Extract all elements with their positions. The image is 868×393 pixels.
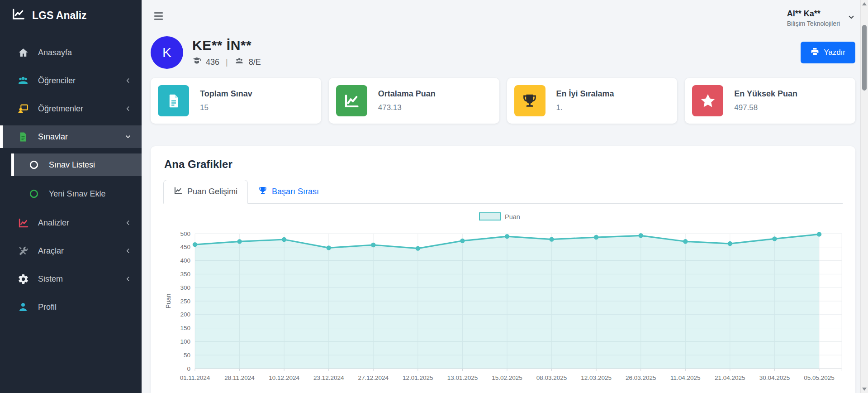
svg-text:150: 150 — [180, 325, 190, 331]
stat-card-value: 497.58 — [734, 103, 797, 112]
star-icon — [692, 85, 723, 116]
scroll-up-arrow-icon[interactable] — [862, 2, 867, 5]
chevron-left-icon — [124, 77, 132, 84]
sidebar-item-label: Yeni Sınav Ekle — [49, 189, 105, 199]
tab-label: Başarı Sırası — [272, 187, 319, 196]
class-icon — [234, 57, 244, 68]
stat-card-ortalama-puan: Ortalama Puan 473.13 — [329, 78, 499, 124]
stat-card-value: 473.13 — [378, 103, 436, 112]
svg-text:0: 0 — [187, 365, 190, 372]
scroll-down-arrow-icon[interactable] — [862, 388, 867, 391]
avatar: K — [151, 36, 183, 69]
sidebar-nav: Anasayfa Öğrenciler Öğretmenler — [0, 31, 142, 318]
exam-file-icon — [16, 131, 30, 143]
chevron-left-icon — [124, 219, 132, 226]
sidebar-item-label: Sınavlar — [38, 132, 68, 142]
stat-card-en-yuksek-puan: En Yüksek Puan 497.58 — [685, 78, 855, 124]
sidebar-item-sinavlar[interactable]: Sınavlar — [0, 125, 142, 148]
svg-text:01.11.2024: 01.11.2024 — [180, 374, 210, 381]
sidebar-item-label: Analizler — [38, 218, 69, 228]
tab-puan-gelisimi[interactable]: Puan Gelişimi — [163, 180, 248, 204]
sidebar-submenu-sinavlar: Sınav Listesi Yeni Sınav Ekle — [11, 153, 142, 205]
sidebar-item-label: Sistem — [38, 274, 63, 284]
print-button[interactable]: Yazdır — [801, 42, 855, 63]
circle-icon — [27, 159, 41, 171]
stat-card-value: 1. — [556, 103, 614, 112]
svg-text:08.03.2025: 08.03.2025 — [536, 374, 567, 381]
chart-line-icon — [16, 217, 30, 229]
stat-card-title: Ortalama Puan — [378, 89, 436, 99]
student-number: 436 — [206, 58, 219, 67]
svg-text:28.11.2024: 28.11.2024 — [224, 374, 255, 381]
stat-card-text: Toplam Sınav 15 — [200, 89, 252, 112]
svg-text:500: 500 — [180, 230, 190, 237]
sidebar-item-yeni-sinav-ekle[interactable]: Yeni Sınav Ekle — [11, 182, 142, 205]
scrollbar-thumb[interactable] — [862, 25, 867, 91]
tab-label: Puan Gelişimi — [187, 187, 237, 196]
svg-text:30.04.2025: 30.04.2025 — [759, 374, 790, 381]
sidebar-item-label: Anasayfa — [38, 48, 72, 58]
svg-text:100: 100 — [180, 338, 190, 345]
app-title: LGS Analiz — [32, 10, 87, 22]
svg-text:21.04.2025: 21.04.2025 — [715, 374, 745, 381]
stat-card-text: Ortalama Puan 473.13 — [378, 89, 436, 112]
svg-text:15.02.2025: 15.02.2025 — [492, 374, 522, 381]
users-icon — [16, 75, 30, 86]
student-name: KE** İN** — [192, 38, 261, 53]
student-class: 8/E — [249, 58, 261, 67]
tab-basari-sirasi[interactable]: Başarı Sırası — [248, 180, 329, 204]
user-menu[interactable]: Al** Ka** Bilişim Teknolojileri — [787, 9, 855, 27]
file-icon — [158, 85, 189, 116]
sidebar-item-label: Profil — [38, 302, 57, 312]
svg-text:10.12.2024: 10.12.2024 — [269, 374, 299, 381]
vertical-scrollbar[interactable] — [860, 0, 868, 393]
printer-icon — [811, 47, 819, 58]
svg-text:13.01.2025: 13.01.2025 — [447, 374, 478, 381]
svg-text:27.12.2024: 27.12.2024 — [358, 374, 389, 381]
sidebar-item-label: Sınav Listesi — [49, 160, 95, 170]
main-area: Al** Ka** Bilişim Teknolojileri K KE** İ… — [142, 0, 868, 393]
content: K KE** İN** 436 | 8/E Yazdır — [142, 30, 864, 393]
student-info: KE** İN** 436 | 8/E — [192, 38, 261, 68]
stat-card-value: 15 — [200, 103, 252, 112]
sidebar-item-analizler[interactable]: Analizler — [0, 211, 142, 234]
sidebar-item-anasayfa[interactable]: Anasayfa — [0, 41, 142, 64]
svg-text:12.01.2025: 12.01.2025 — [403, 374, 433, 381]
teacher-icon — [16, 103, 30, 115]
sidebar-item-sinav-listesi[interactable]: Sınav Listesi — [11, 153, 142, 176]
svg-text:Puan: Puan — [165, 294, 172, 309]
svg-text:Puan: Puan — [505, 213, 520, 220]
chart-icon — [336, 85, 367, 116]
chevron-down-icon — [847, 13, 855, 23]
sidebar-item-ogrenciler[interactable]: Öğrenciler — [0, 69, 142, 92]
home-icon — [16, 47, 30, 58]
stat-card-title: En Yüksek Puan — [734, 89, 797, 99]
sidebar-item-profil[interactable]: Profil — [0, 296, 142, 318]
sidebar-item-araclar[interactable]: Araçlar — [0, 240, 142, 262]
svg-text:200: 200 — [180, 311, 190, 318]
sidebar-item-sistem[interactable]: Sistem — [0, 268, 142, 290]
gear-icon — [16, 273, 30, 285]
svg-text:12.03.2025: 12.03.2025 — [581, 374, 612, 381]
line-chart-svg: 05010015020025030035040045050001.11.2024… — [163, 210, 843, 388]
sidebar-item-ogretmenler[interactable]: Öğretmenler — [0, 97, 142, 120]
stat-card-en-iyi-siralama: En İyi Sıralama 1. — [507, 78, 678, 124]
stat-card-toplam-sinav: Toplam Sınav 15 — [151, 78, 321, 124]
circle-icon — [27, 188, 41, 200]
user-role: Bilişim Teknolojileri — [787, 20, 840, 27]
app-brand[interactable]: LGS Analiz — [0, 0, 142, 31]
chevron-left-icon — [124, 105, 132, 112]
app-root: LGS Analiz Anasayfa Öğrenciler — [0, 0, 868, 393]
student-header: K KE** İN** 436 | 8/E Yazdır — [151, 36, 855, 69]
stat-cards: Toplam Sınav 15 Ortalama Puan 473.13 — [151, 78, 855, 124]
student-meta: 436 | 8/E — [192, 57, 261, 68]
person-icon — [16, 301, 30, 313]
svg-text:300: 300 — [180, 284, 190, 291]
charts-panel: Ana Grafikler Puan Gelişimi Başarı Sıras… — [151, 146, 855, 393]
hamburger-menu-icon[interactable] — [154, 12, 163, 20]
sidebar-item-label: Araçlar — [38, 246, 64, 256]
print-button-label: Yazdır — [824, 48, 845, 57]
svg-text:350: 350 — [180, 271, 190, 278]
stat-card-title: En İyi Sıralama — [556, 89, 614, 99]
sidebar-item-label: Öğretmenler — [38, 104, 83, 114]
